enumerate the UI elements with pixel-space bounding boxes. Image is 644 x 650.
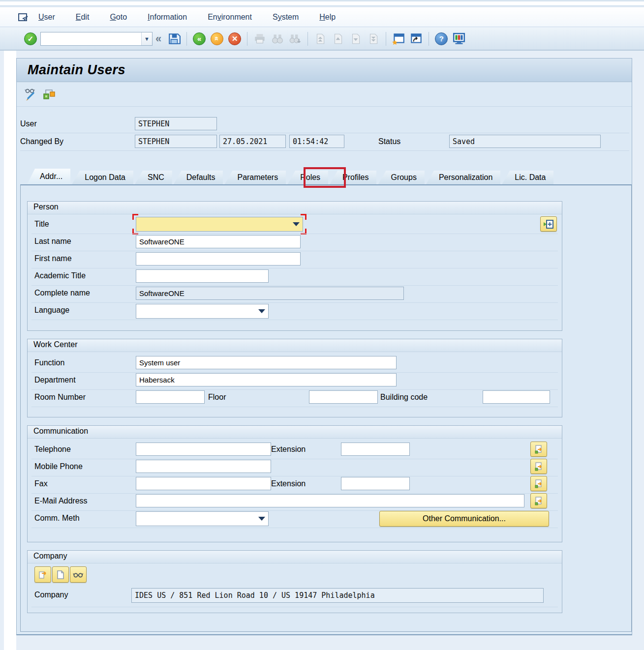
menu-environment[interactable]: Environment	[208, 13, 252, 22]
find-next-button	[287, 31, 303, 47]
up-button[interactable]: «	[209, 31, 225, 47]
language-dropdown[interactable]	[136, 304, 269, 319]
building-code-input[interactable]	[483, 390, 550, 404]
help-button[interactable]: ?	[433, 31, 449, 47]
tab-personalization[interactable]: Personalization	[426, 171, 500, 184]
other-mobile-button[interactable]	[530, 459, 547, 474]
create-shortcut-button[interactable]	[408, 31, 424, 47]
last-name-label: Last name	[34, 237, 71, 246]
complete-name-field: SoftwareONE	[136, 287, 404, 300]
window-top-edge	[0, 0, 644, 6]
up-icon: «	[211, 32, 223, 45]
system-menu-icon[interactable]	[18, 12, 30, 22]
email-input[interactable]	[136, 494, 524, 507]
communication-group: Communication Telephone Extension Mobile…	[27, 425, 562, 542]
back-button[interactable]: «	[191, 31, 207, 47]
collapse-icon[interactable]: «	[155, 32, 161, 45]
tab-parameters[interactable]: Parameters	[224, 171, 286, 184]
tab-snc[interactable]: SNC	[135, 171, 172, 184]
first-name-label: First name	[34, 254, 72, 263]
tab-defaults[interactable]: Defaults	[174, 171, 223, 184]
work-center-group: Work Center Function Department Room Num…	[27, 339, 562, 417]
mobile-phone-label: Mobile Phone	[34, 462, 83, 471]
academic-title-input[interactable]	[136, 269, 269, 283]
find-next-icon	[289, 32, 302, 45]
other-entry-icon	[534, 479, 544, 489]
changed-by-label: Changed By	[20, 137, 63, 146]
work-center-group-header: Work Center	[28, 339, 562, 352]
help-icon: ?	[435, 32, 448, 45]
menu-system[interactable]: System	[273, 13, 299, 22]
address-tab-content: Person Title Last name Firs	[20, 184, 632, 632]
first-name-input[interactable]	[136, 252, 301, 266]
other-entry-icon	[534, 462, 544, 472]
references-button[interactable]	[41, 87, 56, 102]
telephone-input[interactable]	[136, 443, 271, 456]
page-down-icon	[349, 32, 362, 45]
function-input[interactable]	[136, 356, 397, 369]
assign-company-address-button[interactable]	[34, 566, 51, 583]
chevron-down-icon	[258, 517, 265, 521]
application-toolbar	[17, 82, 632, 107]
customize-layout-button[interactable]	[451, 31, 467, 47]
mobile-phone-input[interactable]	[136, 460, 271, 473]
status-label: Status	[378, 137, 400, 146]
page-up-button	[330, 31, 346, 47]
tab-strip: Addr... Logon Data SNC Defaults Paramete…	[20, 169, 632, 184]
other-address-button[interactable]	[540, 216, 557, 232]
tab-roles[interactable]: Roles	[287, 171, 328, 184]
tab-lic-data[interactable]: Lic. Data	[502, 171, 553, 184]
email-label: E-Mail Address	[34, 497, 88, 505]
menu-user[interactable]: User	[38, 13, 55, 22]
left-gutter	[4, 51, 16, 650]
last-name-input[interactable]	[136, 235, 301, 248]
department-label: Department	[34, 376, 76, 384]
command-dropdown-icon[interactable]: ▼	[141, 32, 152, 45]
fax-label: Fax	[34, 479, 48, 488]
other-fax-button[interactable]	[530, 476, 547, 491]
enter-button[interactable]: ✓	[23, 31, 38, 47]
exit-button[interactable]: ✕	[227, 31, 243, 47]
telephone-extension-label: Extension	[271, 445, 306, 454]
fax-input[interactable]	[136, 477, 271, 490]
other-telephone-button[interactable]	[530, 442, 547, 457]
room-number-input[interactable]	[136, 390, 205, 404]
page-up-icon	[332, 32, 344, 45]
menu-help[interactable]: Help	[319, 13, 336, 22]
user-label: User	[20, 119, 37, 128]
other-email-button[interactable]	[530, 493, 547, 508]
enter-check-icon: ✓	[24, 32, 37, 45]
print-icon	[253, 32, 266, 45]
changed-time-field: 01:54:42	[289, 135, 344, 148]
last-page-icon	[367, 32, 380, 45]
display-company-address-button[interactable]	[70, 566, 87, 583]
fax-extension-input[interactable]	[341, 477, 410, 490]
save-button[interactable]	[166, 31, 182, 47]
other-communication-button[interactable]: Other Communication...	[379, 511, 549, 527]
menu-edit[interactable]: Edit	[76, 13, 90, 22]
floor-input[interactable]	[309, 390, 378, 404]
create-company-address-button[interactable]	[52, 566, 69, 583]
telephone-extension-input[interactable]	[341, 443, 410, 456]
building-code-label: Building code	[380, 393, 428, 402]
command-input[interactable]	[41, 32, 141, 45]
person-group: Person Title Last name Firs	[27, 201, 562, 331]
menu-goto[interactable]: Goto	[110, 13, 127, 22]
department-input[interactable]	[136, 373, 397, 386]
tab-groups[interactable]: Groups	[378, 171, 424, 184]
new-session-button[interactable]	[391, 31, 406, 47]
customize-layout-icon	[452, 32, 466, 45]
academic-title-label: Academic Title	[34, 271, 86, 280]
address-create-icon	[543, 219, 554, 229]
glasses-icon	[73, 570, 84, 579]
menu-information[interactable]: Information	[148, 13, 187, 22]
tab-profiles[interactable]: Profiles	[330, 171, 376, 184]
function-label: Function	[34, 358, 64, 367]
display-change-button[interactable]	[23, 87, 37, 102]
tab-logon-data[interactable]: Logon Data	[72, 171, 133, 184]
print-button	[252, 31, 268, 47]
title-dropdown[interactable]	[136, 217, 303, 232]
tab-address[interactable]: Addr...	[27, 169, 70, 184]
comm-meth-dropdown[interactable]	[136, 511, 269, 526]
language-label: Language	[34, 306, 69, 315]
